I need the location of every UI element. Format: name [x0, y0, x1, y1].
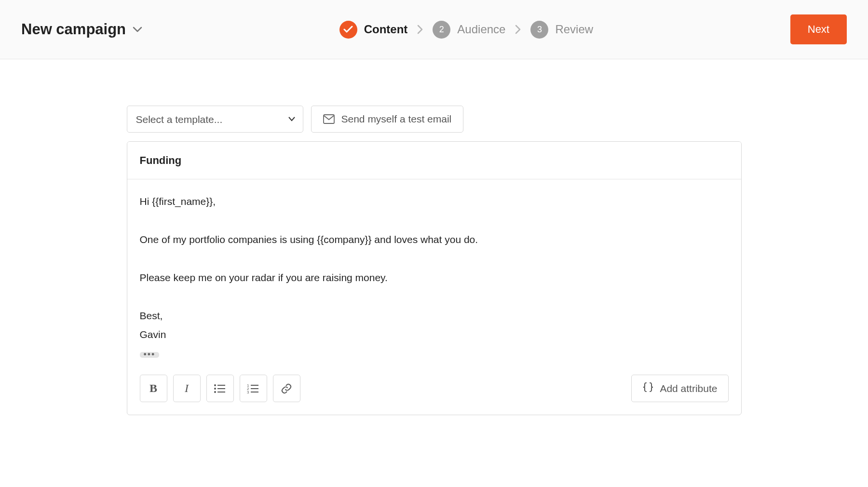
- page-header: New campaign Content 2 Audience 3 Review…: [0, 0, 868, 59]
- email-body-editor[interactable]: Hi {{first_name}}, One of my portfolio c…: [127, 179, 741, 368]
- svg-rect-12: [251, 392, 258, 392]
- step-content[interactable]: Content: [339, 21, 408, 39]
- editor-footer: B I 1: [127, 368, 741, 415]
- svg-point-3: [214, 388, 216, 390]
- link-icon: [281, 383, 292, 394]
- add-attribute-label: Add attribute: [660, 383, 717, 394]
- add-attribute-button[interactable]: Add attribute: [631, 375, 728, 402]
- svg-rect-4: [217, 388, 225, 389]
- step-label: Content: [364, 23, 408, 36]
- svg-text:3: 3: [247, 390, 249, 394]
- step-label: Review: [555, 23, 593, 36]
- campaign-title-group[interactable]: New campaign: [21, 21, 142, 38]
- chevron-right-icon: [515, 25, 521, 34]
- send-test-email-button[interactable]: Send myself a test email: [311, 106, 464, 133]
- numbered-list-icon: 1 2 3: [247, 383, 259, 394]
- svg-point-5: [214, 391, 216, 393]
- ellipsis-icon: •••: [144, 352, 156, 356]
- braces-icon: [642, 382, 654, 395]
- content-toolbar: Select a template... Send myself a test …: [127, 106, 742, 133]
- subject-input[interactable]: [127, 142, 741, 179]
- email-editor: Hi {{first_name}}, One of my portfolio c…: [127, 141, 742, 415]
- step-label: Audience: [457, 23, 505, 36]
- link-button[interactable]: [273, 375, 300, 402]
- svg-rect-2: [217, 385, 225, 386]
- email-body-text: Hi {{first_name}}, One of my portfolio c…: [140, 196, 478, 340]
- step-number: 2: [433, 21, 450, 39]
- step-number: 3: [530, 21, 548, 39]
- svg-rect-6: [217, 392, 225, 392]
- show-trimmed-content-button[interactable]: •••: [140, 352, 160, 358]
- format-toolbar: B I 1: [140, 375, 300, 402]
- bullet-list-button[interactable]: [206, 375, 234, 402]
- email-icon: [323, 114, 335, 124]
- chevron-down-icon: [133, 26, 142, 33]
- step-audience[interactable]: 2 Audience: [433, 21, 505, 39]
- next-button[interactable]: Next: [790, 14, 847, 44]
- italic-button[interactable]: I: [173, 375, 201, 402]
- bullet-list-icon: [214, 383, 226, 394]
- chevron-right-icon: [417, 25, 423, 34]
- campaign-title: New campaign: [21, 21, 126, 38]
- bold-button[interactable]: B: [140, 375, 167, 402]
- svg-rect-10: [251, 388, 258, 389]
- svg-point-1: [214, 384, 216, 386]
- send-test-email-label: Send myself a test email: [341, 113, 452, 125]
- wizard-steps: Content 2 Audience 3 Review: [142, 21, 790, 39]
- template-select[interactable]: Select a template...: [127, 106, 303, 133]
- step-review[interactable]: 3 Review: [530, 21, 593, 39]
- main-content: Select a template... Send myself a test …: [0, 59, 868, 415]
- check-icon: [339, 21, 357, 39]
- svg-rect-8: [251, 385, 258, 386]
- numbered-list-button[interactable]: 1 2 3: [240, 375, 267, 402]
